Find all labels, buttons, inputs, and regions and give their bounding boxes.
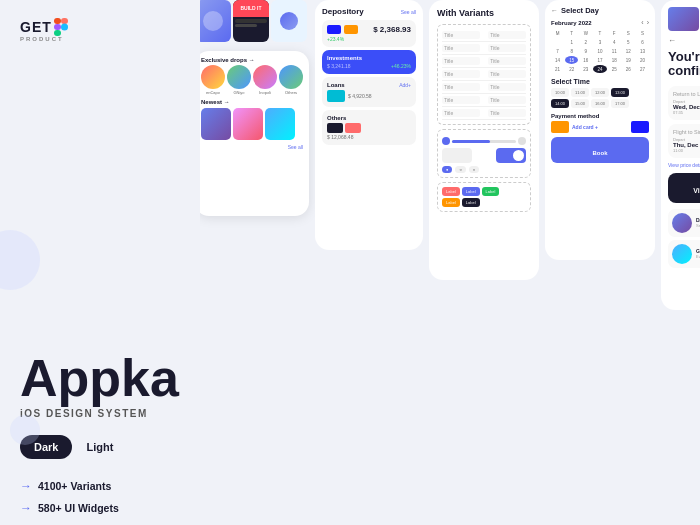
- cal-header: ← Select Day: [551, 6, 649, 15]
- vrow-1: Title Title: [442, 29, 526, 42]
- variant-table-3: Label Label Label Label Label: [437, 182, 531, 212]
- month-nav: ‹ ›: [641, 19, 649, 26]
- investments-card: Investments $ 3,241.18 +46.23%: [322, 50, 416, 74]
- slider-fill-1: [452, 140, 490, 143]
- itinerary-button[interactable]: View itinerary: [668, 173, 700, 203]
- cal-d8[interactable]: 7: [551, 47, 564, 55]
- newest-item-1: [201, 108, 231, 140]
- view-details-link[interactable]: View price details: [668, 162, 700, 168]
- flight-nav: ←: [668, 36, 700, 45]
- vcell-9: Title: [442, 83, 480, 91]
- investments-data: $ 3,241.18 +46.23%: [327, 63, 411, 69]
- others-amount: $ 12,068.48: [327, 134, 411, 140]
- light-theme-button[interactable]: Light: [72, 435, 127, 459]
- top-mini-screens: BUILD IT: [195, 0, 309, 42]
- exclusive-drops-screen: Exclusive drops → enCapo GNiyo Inopoli: [195, 51, 309, 216]
- back-arrow-icon[interactable]: ←: [551, 7, 558, 14]
- cal-d15[interactable]: 14: [551, 56, 564, 64]
- next-month-icon[interactable]: ›: [647, 19, 649, 26]
- cal-d12[interactable]: 11: [608, 47, 621, 55]
- chip-active[interactable]: ●: [442, 166, 452, 173]
- prev-month-icon[interactable]: ‹: [641, 19, 643, 26]
- cal-d22[interactable]: 21: [551, 65, 564, 73]
- loans-header: Loans Add+: [327, 82, 411, 88]
- flight-images: [668, 7, 700, 31]
- toggle-on[interactable]: [496, 148, 526, 163]
- hero-section: Appka iOS DESIGN SYSTEM Dark Light → 410…: [20, 192, 180, 525]
- cal-d2[interactable]: 1: [565, 38, 578, 46]
- vcell-11: Title: [442, 96, 480, 104]
- cal-d9[interactable]: 8: [565, 47, 578, 55]
- time-slot-1[interactable]: 10:00: [551, 88, 569, 97]
- book-button[interactable]: Book: [551, 137, 649, 163]
- vrow-4: Title Title: [442, 68, 526, 81]
- cal-d19[interactable]: 18: [608, 56, 621, 64]
- time-slot-8[interactable]: 17:00: [611, 99, 629, 108]
- cal-d14[interactable]: 13: [636, 47, 649, 55]
- variant-table-1: Title Title Title Title Title Title Titl…: [437, 24, 531, 125]
- others-card: Others $ 12,068.48: [322, 110, 416, 145]
- svg-rect-0: [54, 18, 61, 24]
- loans-add[interactable]: Add+: [399, 82, 411, 88]
- see-all-link[interactable]: See all: [201, 144, 303, 150]
- cal-d6[interactable]: 5: [622, 38, 635, 46]
- time-slot-5[interactable]: 14:00: [551, 99, 569, 108]
- vcell-6: Title: [488, 57, 526, 65]
- newest-item-2: [233, 108, 263, 140]
- cal-d27[interactable]: 26: [622, 65, 635, 73]
- toggle-off[interactable]: [442, 148, 472, 163]
- chip-inactive-2[interactable]: ○: [469, 166, 479, 173]
- logo-area: GET PRODUCT: [20, 18, 180, 42]
- cal-d18[interactable]: 17: [593, 56, 606, 64]
- color-row-2: Label Label: [442, 198, 526, 207]
- chip-inactive-1[interactable]: ○: [455, 166, 465, 173]
- cal-d21[interactable]: 20: [636, 56, 649, 64]
- visa-payment-icon: [631, 121, 649, 133]
- cal-d3[interactable]: 2: [579, 38, 592, 46]
- cal-d11[interactable]: 10: [593, 47, 606, 55]
- month-label: February 2022: [551, 20, 592, 26]
- loans-content: $ 4,920.58: [327, 90, 411, 102]
- cal-d20[interactable]: 19: [622, 56, 635, 64]
- cal-d1[interactable]: [551, 38, 564, 46]
- dep-val-2: Thu, Dec 2: [673, 142, 700, 148]
- time-slot-3[interactable]: 12:00: [591, 88, 609, 97]
- cal-d16[interactable]: 15: [565, 56, 578, 64]
- vrow-3: Title Title: [442, 55, 526, 68]
- time-slot-6[interactable]: 15:00: [571, 99, 589, 108]
- feature-widgets: → 580+ UI Widgets: [20, 501, 180, 515]
- toggle-row: [442, 148, 526, 163]
- cal-d10[interactable]: 9: [579, 47, 592, 55]
- day-su: S: [636, 29, 649, 37]
- color-chip-red: Label: [442, 187, 460, 196]
- time-slot-4[interactable]: 13:00: [611, 88, 629, 97]
- time-slot-7[interactable]: 16:00: [591, 99, 609, 108]
- vcell-14: Title: [488, 109, 526, 117]
- balance-change: +23.4%: [327, 36, 411, 42]
- vrow-7: Title Title: [442, 107, 526, 120]
- avatar-item-1: enCapo: [201, 65, 225, 95]
- add-card-link[interactable]: Add card +: [572, 124, 598, 130]
- variant-table-2: ● ○ ○: [437, 129, 531, 178]
- cal-d5[interactable]: 4: [608, 38, 621, 46]
- cal-d17[interactable]: 16: [579, 56, 592, 64]
- variants-title: With Variants: [437, 8, 531, 18]
- cal-d13[interactable]: 12: [622, 47, 635, 55]
- vcell-2: Title: [488, 31, 526, 39]
- cal-d7[interactable]: 6: [636, 38, 649, 46]
- app-subtitle: iOS DESIGN SYSTEM: [20, 408, 180, 419]
- left-panel: GET PRODUCT Appka iOS DESIGN SYSTEM Dark…: [0, 0, 200, 525]
- cal-d25[interactable]: 24: [593, 65, 606, 73]
- inv-change: +46.23%: [391, 63, 411, 69]
- cal-d24[interactable]: 23: [579, 65, 592, 73]
- col-finance: Depository See all $ 2,368.93 +23.4% Inv…: [315, 0, 423, 525]
- cal-d23[interactable]: 22: [565, 65, 578, 73]
- flight-back-icon[interactable]: ←: [668, 36, 676, 45]
- time-slot-2[interactable]: 11:00: [571, 88, 589, 97]
- dep-see-all[interactable]: See all: [401, 9, 416, 15]
- variants-screen: With Variants Title Title Title Title Ti…: [429, 0, 539, 280]
- day-we: W: [579, 29, 592, 37]
- cal-d26[interactable]: 25: [608, 65, 621, 73]
- cal-d4[interactable]: 3: [593, 38, 606, 46]
- cal-d28[interactable]: 27: [636, 65, 649, 73]
